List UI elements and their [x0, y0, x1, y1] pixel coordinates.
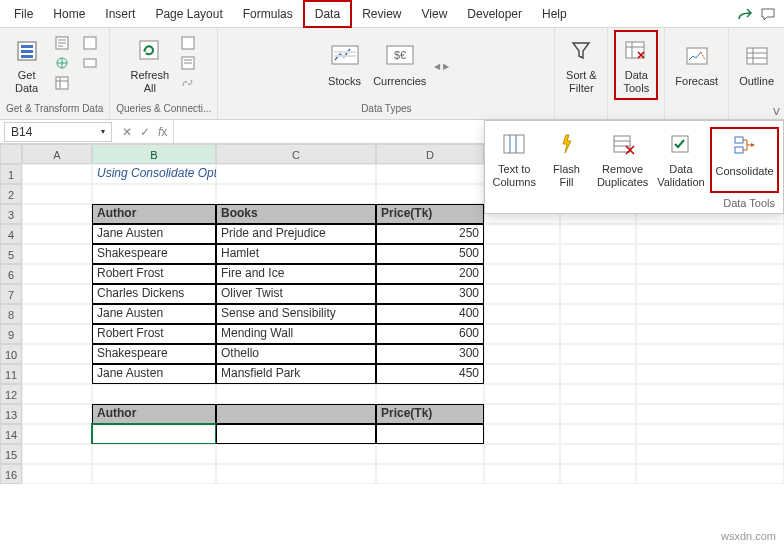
from-table-button[interactable] [51, 74, 75, 92]
row-head-10[interactable]: 10 [0, 344, 22, 364]
cell-C9[interactable]: Mending Wall [216, 324, 376, 344]
row-head-12[interactable]: 12 [0, 384, 22, 404]
cell-C14[interactable] [216, 424, 376, 444]
cell-G8[interactable] [636, 304, 784, 324]
cell-A4[interactable] [22, 224, 92, 244]
cell-C8[interactable]: Sense and Sensibility [216, 304, 376, 324]
tab-help[interactable]: Help [532, 2, 577, 26]
cell-C12[interactable] [216, 384, 376, 404]
cell-B16[interactable] [92, 464, 216, 484]
tab-file[interactable]: File [4, 2, 43, 26]
cell-F13[interactable] [560, 404, 636, 424]
tab-review[interactable]: Review [352, 2, 411, 26]
cell-B2[interactable] [92, 184, 216, 204]
row-head-2[interactable]: 2 [0, 184, 22, 204]
cell-C11[interactable]: Mansfield Park [216, 364, 376, 384]
cell-D10[interactable]: 300 [376, 344, 484, 364]
cell-B11[interactable]: Jane Austen [92, 364, 216, 384]
cell-F10[interactable] [560, 344, 636, 364]
get-data-button[interactable]: GetData [7, 30, 47, 100]
cell-A10[interactable] [22, 344, 92, 364]
cell-G9[interactable] [636, 324, 784, 344]
existing-connections-button[interactable] [79, 54, 103, 72]
cell-F9[interactable] [560, 324, 636, 344]
cell-D15[interactable] [376, 444, 484, 464]
cell-G4[interactable] [636, 224, 784, 244]
cell-G5[interactable] [636, 244, 784, 264]
currencies-button[interactable]: $€ Currencies [369, 30, 430, 100]
cell-C10[interactable]: Othello [216, 344, 376, 364]
cell-G14[interactable] [636, 424, 784, 444]
queries-button[interactable] [177, 34, 201, 52]
cell-D13[interactable]: Price(Tk) [376, 404, 484, 424]
stocks-button[interactable]: Stocks [324, 30, 365, 100]
col-head-D[interactable]: D [376, 144, 484, 164]
cell-F7[interactable] [560, 284, 636, 304]
cell-E4[interactable] [484, 224, 560, 244]
cell-G13[interactable] [636, 404, 784, 424]
tab-view[interactable]: View [412, 2, 458, 26]
cell-D16[interactable] [376, 464, 484, 484]
data-tools-button[interactable]: DataTools [614, 30, 658, 100]
cell-C2[interactable] [216, 184, 376, 204]
row-head-16[interactable]: 16 [0, 464, 22, 484]
cell-E8[interactable] [484, 304, 560, 324]
col-head-B[interactable]: B [92, 144, 216, 164]
cell-C7[interactable]: Oliver Twist [216, 284, 376, 304]
cell-F14[interactable] [560, 424, 636, 444]
row-head-15[interactable]: 15 [0, 444, 22, 464]
cell-A15[interactable] [22, 444, 92, 464]
cell-E13[interactable] [484, 404, 560, 424]
cell-B15[interactable] [92, 444, 216, 464]
remove-duplicates-button[interactable]: RemoveDuplicates [593, 127, 651, 193]
cell-E5[interactable] [484, 244, 560, 264]
cell-A3[interactable] [22, 204, 92, 224]
cell-A1[interactable] [22, 164, 92, 184]
cell-B5[interactable]: Shakespeare [92, 244, 216, 264]
cell-B1[interactable]: Using Consolidate Option [92, 164, 216, 184]
enter-icon[interactable]: ✓ [140, 125, 150, 139]
from-text-button[interactable] [51, 34, 75, 52]
row-head-6[interactable]: 6 [0, 264, 22, 284]
row-head-3[interactable]: 3 [0, 204, 22, 224]
cell-D11[interactable]: 450 [376, 364, 484, 384]
cell-D6[interactable]: 200 [376, 264, 484, 284]
cell-A9[interactable] [22, 324, 92, 344]
cell-G6[interactable] [636, 264, 784, 284]
consolidate-button[interactable]: Consolidate [710, 127, 779, 193]
cell-E16[interactable] [484, 464, 560, 484]
cell-D8[interactable]: 400 [376, 304, 484, 324]
cell-D3[interactable]: Price(Tk) [376, 204, 484, 224]
cell-E7[interactable] [484, 284, 560, 304]
outline-button[interactable]: Outline [735, 30, 778, 100]
cell-C5[interactable]: Hamlet [216, 244, 376, 264]
flash-fill-button[interactable]: FlashFill [541, 127, 591, 193]
cell-A12[interactable] [22, 384, 92, 404]
from-web-button[interactable] [51, 54, 75, 72]
cell-E14[interactable] [484, 424, 560, 444]
cell-B4[interactable]: Jane Austen [92, 224, 216, 244]
cell-A6[interactable] [22, 264, 92, 284]
name-box[interactable]: B14 ▾ [4, 122, 112, 142]
cell-D1[interactable] [376, 164, 484, 184]
cell-B3[interactable]: Author [92, 204, 216, 224]
cell-F11[interactable] [560, 364, 636, 384]
cell-E12[interactable] [484, 384, 560, 404]
tab-formulas[interactable]: Formulas [233, 2, 303, 26]
data-validation-button[interactable]: DataValidation [654, 127, 708, 193]
cell-B14[interactable] [92, 424, 216, 444]
datatypes-nav[interactable]: ◀ ▶ [434, 62, 448, 71]
properties-button[interactable] [177, 54, 201, 72]
cell-F12[interactable] [560, 384, 636, 404]
cell-C15[interactable] [216, 444, 376, 464]
refresh-all-button[interactable]: RefreshAll [127, 30, 174, 100]
cell-A14[interactable] [22, 424, 92, 444]
cell-B12[interactable] [92, 384, 216, 404]
cancel-icon[interactable]: ✕ [122, 125, 132, 139]
select-all-corner[interactable] [0, 144, 22, 164]
share-icon[interactable] [732, 2, 756, 26]
cell-C1[interactable] [216, 164, 376, 184]
cell-G11[interactable] [636, 364, 784, 384]
sort-filter-button[interactable]: Sort &Filter [561, 30, 601, 100]
cell-A2[interactable] [22, 184, 92, 204]
